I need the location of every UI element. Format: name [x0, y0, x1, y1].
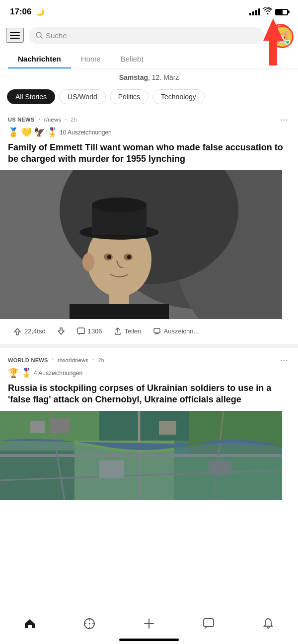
status-icons — [249, 7, 288, 16]
search-icon — [36, 32, 43, 39]
comment-icon-1 — [76, 327, 85, 336]
svg-rect-46 — [204, 619, 214, 627]
pill-politics[interactable]: Politics — [110, 89, 149, 104]
article-image-2[interactable] — [0, 411, 298, 500]
award-icon-6: 🎖️ — [21, 368, 32, 379]
article-source-1: US NEWS · r/news · 2h — [8, 115, 77, 124]
date-bar: Samstag, 12. März — [0, 68, 298, 86]
article-source-2: WORLD NEWS · r/worldnews · 2h — [8, 355, 104, 364]
article-meta-2: WORLD NEWS · r/worldnews · 2h ··· — [8, 355, 290, 365]
article-actions-1: 22,4tsd 1306 Teilen Auszeichn... — [8, 319, 290, 344]
article-image-svg-1 — [0, 170, 282, 319]
award-icon-5: 🏆 — [8, 368, 19, 379]
header: Suche 🐹 — [0, 21, 298, 50]
filter-pills: All Stories US/World Politics Technology — [0, 86, 298, 107]
pill-technology[interactable]: Technology — [152, 89, 205, 104]
downvote-button-1[interactable] — [52, 324, 71, 339]
upvote-button-1[interactable]: 22,4tsd — [8, 324, 51, 339]
article-title-1[interactable]: Family of Emmett Till want woman who mad… — [8, 142, 290, 165]
chat-icon — [202, 617, 215, 630]
bell-icon — [262, 617, 275, 630]
comment-button-1[interactable]: 1306 — [72, 324, 107, 339]
nav-add[interactable] — [135, 615, 163, 632]
downvote-icon-1 — [57, 327, 66, 336]
status-bar: 17:06 🌙 — [0, 0, 298, 21]
svg-rect-20 — [154, 328, 160, 333]
article-image-1[interactable]: clarionledger.com ↗ — [0, 170, 298, 319]
tab-home[interactable]: Home — [71, 50, 111, 68]
add-icon — [143, 617, 155, 630]
award-icon-1: 🥇 — [8, 127, 19, 138]
tab-beliebt[interactable]: Beliebt — [111, 50, 153, 68]
pill-usworld[interactable]: US/World — [59, 89, 106, 104]
status-time: 17:06 🌙 — [10, 7, 44, 17]
menu-button[interactable] — [6, 28, 24, 43]
svg-point-39 — [89, 623, 90, 625]
nav-chat[interactable] — [194, 615, 223, 632]
svg-point-16 — [107, 255, 111, 259]
article-meta-1: US NEWS · r/news · 2h ··· — [8, 114, 290, 124]
share-button-1[interactable]: Teilen — [108, 324, 147, 339]
article-awards-2: 🏆 🎖️ 4 Auszeichnungen — [8, 368, 290, 379]
nav-explore[interactable] — [75, 615, 104, 632]
article-title-2[interactable]: Russia is stockpiling corpses of Ukraini… — [8, 383, 290, 406]
award-icon-2: 💛 — [21, 127, 32, 138]
article-awards-1: 🥇 💛 🦅 🎖️ 10 Auszeichnungen — [8, 127, 290, 138]
online-dot — [285, 40, 290, 45]
nav-home[interactable] — [15, 615, 44, 632]
award-icon-action-1 — [152, 327, 161, 336]
svg-rect-34 — [50, 418, 70, 433]
battery-icon — [275, 9, 288, 15]
search-bar[interactable]: Suche — [29, 27, 264, 44]
article-more-button-2[interactable]: ··· — [278, 355, 290, 365]
svg-point-18 — [82, 253, 94, 271]
article-more-button-1[interactable]: ··· — [278, 114, 290, 124]
svg-rect-8 — [70, 304, 169, 319]
tabs: Nachrichten Home Beliebt — [0, 50, 298, 68]
article-image-svg-2 — [0, 411, 282, 500]
article-card-2: WORLD NEWS · r/worldnews · 2h ··· 🏆 🎖️ 4… — [0, 348, 298, 500]
nav-bell[interactable] — [254, 615, 283, 632]
pill-all-stories[interactable]: All Stories — [7, 89, 55, 104]
search-placeholder: Suche — [46, 31, 67, 40]
avatar: 🐹 — [271, 25, 294, 48]
svg-rect-33 — [30, 421, 45, 433]
svg-line-1 — [41, 37, 43, 39]
svg-rect-36 — [159, 421, 176, 435]
home-icon — [23, 617, 36, 630]
svg-rect-19 — [77, 328, 84, 333]
wifi-icon — [263, 7, 272, 16]
signal-icon — [249, 8, 260, 15]
award-icon-4: 🎖️ — [47, 127, 58, 138]
award-icon-3: 🦅 — [34, 127, 45, 138]
svg-point-17 — [127, 255, 131, 259]
avatar-button[interactable]: 🐹 — [269, 24, 292, 47]
home-indicator — [119, 639, 179, 641]
share-icon-1 — [113, 327, 122, 336]
svg-point-13 — [92, 197, 147, 212]
tab-nachrichten[interactable]: Nachrichten — [8, 50, 71, 68]
award-button-1[interactable]: Auszeichn... — [148, 324, 204, 339]
explore-icon — [83, 617, 96, 630]
article-card-1: US NEWS · r/news · 2h ··· 🥇 💛 🦅 🎖️ 10 Au… — [0, 107, 298, 348]
upvote-icon-1 — [13, 327, 22, 336]
